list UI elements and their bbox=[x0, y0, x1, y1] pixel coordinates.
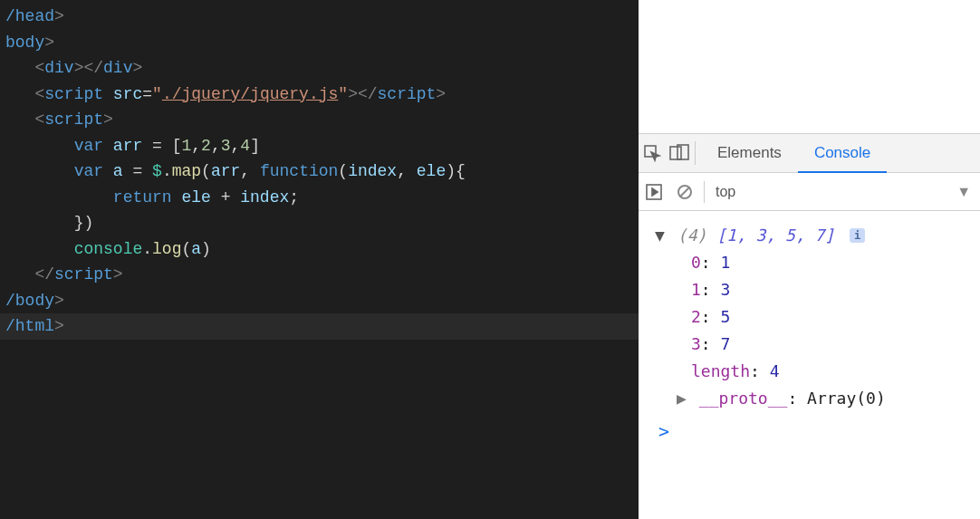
array-length-entry: length: 4 bbox=[655, 358, 980, 385]
array-entry: 0: 1 bbox=[655, 249, 980, 276]
context-selector[interactable]: top bbox=[708, 184, 956, 200]
code-line[interactable]: </script> bbox=[0, 262, 639, 288]
length-key: length bbox=[691, 361, 750, 380]
code-editor[interactable]: /head>body> <div></div> <script src="./j… bbox=[0, 0, 639, 519]
svg-line-5 bbox=[680, 187, 689, 197]
triangle-right-icon: ▶ bbox=[677, 385, 689, 412]
code-line[interactable]: /head> bbox=[0, 4, 639, 30]
proto-value: Array(0) bbox=[807, 389, 886, 408]
console-prompt[interactable]: > bbox=[655, 412, 980, 445]
chevron-down-icon[interactable]: ▼ bbox=[956, 184, 980, 200]
devtools-panel: Elements Console top ▼ ▼ (4) [1, 3, 5, 7… bbox=[639, 0, 980, 519]
array-proto-entry[interactable]: ▶ __proto__: Array(0) bbox=[655, 385, 980, 412]
separator bbox=[695, 141, 696, 165]
code-line[interactable]: var arr = [1,2,3,4] bbox=[0, 133, 639, 159]
code-line[interactable]: return ele + index; bbox=[0, 185, 639, 211]
code-line[interactable]: <script src="./jquery/jquery.js"></scrip… bbox=[0, 82, 639, 108]
code-line[interactable]: }) bbox=[0, 210, 639, 236]
devtools-tabbar: Elements Console bbox=[639, 133, 980, 173]
code-line[interactable]: <div></div> bbox=[0, 55, 639, 82]
code-line[interactable]: console.log(a) bbox=[0, 236, 639, 263]
proto-key: __proto__ bbox=[699, 389, 788, 408]
array-entry: 3: 7 bbox=[655, 331, 980, 358]
console-toolbar: top ▼ bbox=[639, 173, 980, 211]
code-line[interactable]: body> bbox=[0, 30, 639, 56]
device-toggle-icon[interactable] bbox=[666, 144, 693, 162]
array-entry: 1: 3 bbox=[655, 276, 980, 303]
tab-elements[interactable]: Elements bbox=[701, 134, 798, 172]
clear-icon[interactable] bbox=[669, 183, 700, 201]
code-line[interactable]: var a = $.map(arr, function(index, ele){ bbox=[0, 159, 639, 185]
console-output[interactable]: ▼ (4) [1, 3, 5, 7] i 0: 11: 32: 53: 7 le… bbox=[639, 211, 980, 519]
tab-console[interactable]: Console bbox=[798, 135, 887, 173]
log-array-header[interactable]: ▼ (4) [1, 3, 5, 7] i bbox=[655, 222, 980, 249]
array-entry: 2: 5 bbox=[655, 303, 980, 331]
code-line[interactable]: /body> bbox=[0, 288, 639, 314]
array-length-preview: (4) bbox=[677, 226, 707, 245]
blank-area bbox=[639, 0, 980, 133]
play-icon[interactable] bbox=[639, 183, 669, 201]
code-line[interactable]: <script> bbox=[0, 107, 639, 133]
triangle-down-icon: ▼ bbox=[655, 222, 668, 249]
length-value: 4 bbox=[770, 361, 780, 380]
separator bbox=[704, 181, 705, 203]
info-icon[interactable]: i bbox=[850, 228, 865, 243]
code-line[interactable]: /html> bbox=[0, 313, 639, 340]
svg-rect-1 bbox=[670, 147, 681, 159]
array-preview: [1, 3, 5, 7] bbox=[716, 226, 834, 245]
inspect-icon[interactable] bbox=[639, 144, 666, 162]
